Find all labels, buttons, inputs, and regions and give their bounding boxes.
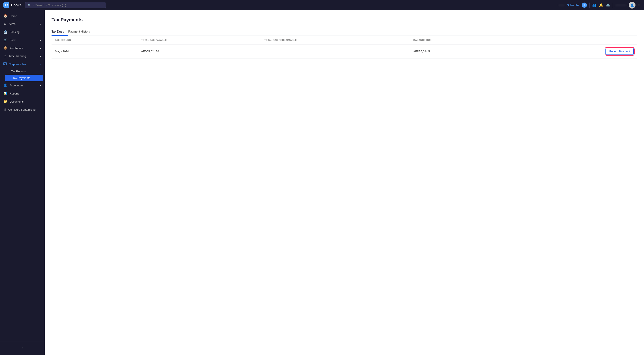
sidebar-item-label: Tax Returns [11, 70, 26, 73]
contacts-icon[interactable]: 👥 [592, 3, 596, 7]
col-tax-return: TAX RETURN [52, 36, 138, 44]
sidebar-item-label: Sales [10, 38, 16, 42]
sidebar-item-purchases[interactable]: 📦 Purchases ▶ [0, 44, 45, 52]
sidebar-item-reports[interactable]: 📊 Reports [0, 89, 45, 97]
chevron-right-icon: ▶ [40, 47, 41, 49]
corporate-tax-icon [4, 62, 6, 66]
main-content: Tax Payments Tax Dues Payment History TA… [45, 10, 644, 355]
blurred-user-name: ··············· [616, 3, 626, 6]
search-icon: 🔍 [28, 3, 31, 6]
sidebar-item-label: Reports [10, 92, 20, 95]
subscribe-button[interactable]: Subscribe [567, 3, 579, 7]
cell-total-tax-reclaimable [261, 44, 410, 58]
sidebar-item-banking[interactable]: 🏦 Banking [0, 28, 45, 36]
purchases-icon: 📦 [4, 46, 8, 50]
app-name: Books [11, 3, 22, 7]
sidebar-item-tax-returns[interactable]: Tax Returns [4, 68, 45, 75]
reports-icon: 📊 [4, 91, 8, 95]
logo-icon [4, 2, 9, 8]
tab-payment-history[interactable]: Payment History [68, 28, 94, 36]
corporate-tax-submenu: Tax Returns Tax Payments [0, 68, 45, 81]
sidebar-item-tax-payments[interactable]: Tax Payments [5, 75, 43, 81]
sidebar: 🏠 Home 🏷 Items ▶ 🏦 Banking 🛒 Sales ▶ 📦 P… [0, 10, 45, 355]
chevron-right-icon: ▶ [40, 55, 41, 57]
nav-divider-2 [613, 2, 613, 8]
sidebar-item-label: Time Tracking [9, 54, 26, 58]
sidebar-bottom: ‹ [0, 342, 45, 353]
notifications-icon[interactable]: 🔔 [599, 3, 603, 7]
col-total-tax-reclaimable: TOTAL TAX RECLAIMABLE [261, 36, 410, 44]
chevron-down-icon: ▾ [40, 63, 41, 65]
svg-rect-2 [5, 5, 6, 6]
sidebar-item-label: Home [10, 14, 17, 18]
chevron-right-icon: ▶ [40, 23, 41, 25]
sidebar-item-label: Purchases [10, 47, 22, 50]
chevron-right-icon: ▶ [40, 84, 41, 87]
record-payment-button[interactable]: Record Payment [606, 48, 634, 55]
documents-icon: 📁 [4, 100, 8, 103]
search-bar[interactable]: 🔍 ▾ [25, 2, 106, 8]
search-dropdown[interactable]: ▾ [32, 4, 34, 6]
plus-button[interactable]: + [582, 2, 587, 8]
svg-rect-3 [6, 5, 8, 6]
sidebar-item-corporate-tax[interactable]: Corporate Tax ▾ [0, 60, 45, 68]
sidebar-item-items[interactable]: 🏷 Items ▶ [0, 20, 45, 28]
sidebar-item-label: Documents [10, 100, 24, 103]
svg-rect-1 [6, 4, 8, 5]
cell-balance-due: AED55,024.54 [410, 44, 504, 58]
tab-tax-dues[interactable]: Tax Dues [52, 28, 68, 36]
items-icon: 🏷 [4, 22, 6, 26]
sidebar-item-home[interactable]: 🏠 Home [0, 12, 45, 20]
time-tracking-icon: ⏱ [4, 54, 6, 58]
sales-icon: 🛒 [4, 38, 8, 42]
sidebar-item-accountant[interactable]: 👤 Accountant ▶ [0, 81, 45, 89]
svg-rect-0 [5, 4, 6, 5]
home-icon: 🏠 [4, 14, 8, 18]
chevron-right-icon: ▶ [40, 39, 41, 41]
sidebar-item-label: Configure Features list [8, 108, 36, 111]
sidebar-item-documents[interactable]: 📁 Documents [0, 97, 45, 106]
table-row: May - 2024 AED55,024.54 AED55,024.54 Rec… [52, 44, 637, 58]
sidebar-item-label: Items [9, 22, 16, 25]
page-title: Tax Payments [52, 17, 637, 22]
search-input[interactable] [35, 3, 103, 7]
app-body: 🏠 Home 🏷 Items ▶ 🏦 Banking 🛒 Sales ▶ 📦 P… [0, 10, 644, 355]
banking-icon: 🏦 [4, 30, 8, 34]
sidebar-item-label: Banking [10, 30, 20, 34]
col-balance-due: BALANCE DUE [410, 36, 504, 44]
tabs: Tax Dues Payment History [52, 28, 637, 36]
cell-action: Record Payment [504, 44, 637, 58]
tax-dues-table: TAX RETURN TOTAL TAX PAYABLE TOTAL TAX R… [52, 36, 637, 58]
blurred-org-name: ········ [559, 3, 564, 6]
settings-icon[interactable]: ⚙️ [606, 3, 610, 7]
app-logo[interactable]: Books [4, 2, 22, 8]
topnav-actions: ········ Subscribe + 👥 🔔 ⚙️ ············… [559, 2, 641, 8]
accountant-icon: 👤 [4, 83, 8, 87]
user-avatar[interactable]: 👤 [629, 2, 636, 8]
table-header-row: TAX RETURN TOTAL TAX PAYABLE TOTAL TAX R… [52, 36, 637, 44]
collapse-icon: ‹ [22, 346, 23, 350]
col-action [504, 36, 637, 44]
sidebar-collapse-button[interactable]: ‹ [0, 344, 45, 352]
sidebar-item-label: Accountant [10, 84, 24, 87]
cell-tax-return: May - 2024 [52, 44, 138, 58]
col-total-tax-payable: TOTAL TAX PAYABLE [138, 36, 261, 44]
sidebar-item-configure[interactable]: ⚙ Configure Features list [0, 106, 45, 114]
configure-icon: ⚙ [4, 108, 6, 111]
sidebar-item-label: Corporate Tax [9, 62, 26, 66]
topnav: Books 🔍 ▾ ········ Subscribe + 👥 🔔 ⚙️ ··… [0, 0, 644, 10]
sidebar-item-label: Tax Payments [13, 76, 30, 80]
cell-total-tax-payable: AED55,024.54 [138, 44, 261, 58]
sidebar-item-time-tracking[interactable]: ⏱ Time Tracking ▶ [0, 52, 45, 60]
sidebar-item-sales[interactable]: 🛒 Sales ▶ [0, 36, 45, 44]
grid-icon[interactable]: ⠿ [638, 3, 640, 7]
nav-divider [590, 2, 590, 8]
